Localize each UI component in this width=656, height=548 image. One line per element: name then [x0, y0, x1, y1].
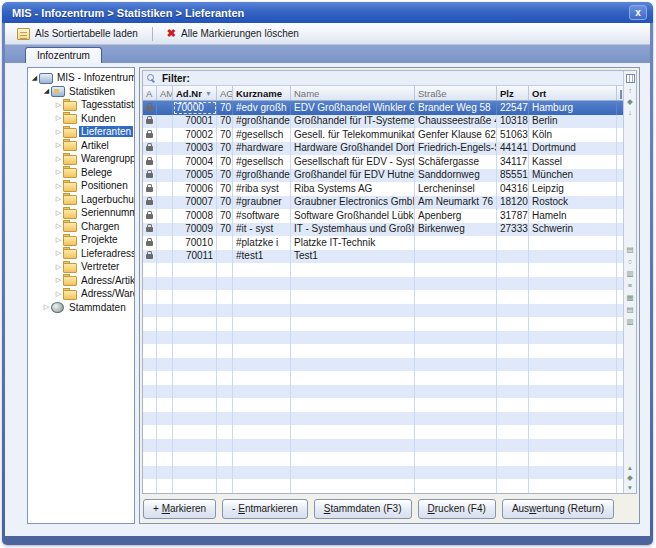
tree-expander-icon[interactable]	[30, 74, 39, 82]
row-menu-icon[interactable]: ▤	[625, 245, 636, 254]
nav-marker-icon[interactable]: ◆	[625, 473, 636, 482]
table-row[interactable]	[143, 479, 623, 493]
table-row[interactable]	[143, 439, 623, 453]
table-row[interactable]: 70003 70 #hardware Hardware Großhandel D…	[143, 142, 623, 156]
column-header-plz[interactable]: Plz	[497, 86, 529, 100]
table-row[interactable]	[143, 304, 623, 318]
footer-action-button[interactable]: Auswertung (Return)	[502, 499, 614, 519]
table-row[interactable]: 70010 #platzke i Platzke IT-Technik	[143, 236, 623, 250]
table-row[interactable]: 70008 70 #software Software Großhandel L…	[143, 209, 623, 223]
tree-expander-icon[interactable]	[54, 114, 63, 122]
column-header-adnr[interactable]: Ad.Nr ▼	[173, 86, 217, 100]
tree-expander-icon[interactable]	[42, 303, 51, 311]
table-row[interactable]: 70004 70 #gesellsch Gesellschaft für EDV…	[143, 155, 623, 169]
clear-marks-button[interactable]: ✖ Alle Markierungen löschen	[161, 26, 305, 41]
close-button[interactable]: x	[629, 5, 647, 20]
edit-filter-icon[interactable]: ▥	[625, 269, 636, 278]
tree-item[interactable]: Positionen	[28, 179, 134, 193]
column-header-ag[interactable]: AG	[217, 86, 233, 100]
tree-item[interactable]: Lieferadressen	[28, 247, 134, 261]
tree-item[interactable]: Lagerbuchungen	[28, 193, 134, 207]
tree-expander-icon[interactable]	[54, 155, 63, 163]
table-row[interactable]: 70005 70 #großhande Großhandel für EDV H…	[143, 169, 623, 183]
tree-item[interactable]: Statistiken	[28, 85, 134, 99]
table-row[interactable]	[143, 398, 623, 412]
table-row[interactable]	[143, 412, 623, 426]
tree-expander-icon[interactable]	[54, 236, 63, 244]
nav-up-icon[interactable]: ▴	[625, 463, 636, 472]
nav-down-icon[interactable]: ▾	[625, 483, 636, 492]
tree-expander-icon[interactable]	[54, 195, 63, 203]
search-icon[interactable]: ○	[625, 257, 636, 266]
table-row[interactable]: 70000 70 #edv großh EDV Großhandel Winkl…	[143, 101, 623, 115]
column-header-kurzname[interactable]: Kurzname	[233, 86, 291, 100]
group-icon[interactable]: ▦	[625, 293, 636, 302]
table-row[interactable]: 70002 70 #gesellsch Gesell. für Telekomm…	[143, 128, 623, 142]
filter-row[interactable]: Filter:	[143, 71, 623, 86]
tree-item[interactable]: Seriennummern	[28, 206, 134, 220]
tree-expander-icon[interactable]	[54, 168, 63, 176]
column-header-name[interactable]: Name	[291, 86, 415, 100]
table-row[interactable]	[143, 277, 623, 291]
tree-item[interactable]: Adress/Warengruppen	[28, 287, 134, 301]
table-row[interactable]	[143, 371, 623, 385]
table-row[interactable]: 70007 70 #graubner Graubner Electronics …	[143, 196, 623, 210]
tree-expander-icon[interactable]	[54, 290, 63, 298]
tab-infozentrum[interactable]: Infozentrum	[25, 47, 102, 63]
column-header-lock[interactable]: A	[143, 86, 157, 100]
table-row[interactable]	[143, 385, 623, 399]
column-header-ort[interactable]: Ort	[529, 86, 617, 100]
tree-item[interactable]: Vertreter	[28, 260, 134, 274]
scroll-up-icon[interactable]: ↑	[625, 86, 636, 95]
tree-item[interactable]: Belege	[28, 166, 134, 180]
tree-item[interactable]: Tagesstatistik	[28, 98, 134, 112]
tree-expander-icon[interactable]	[54, 222, 63, 230]
tree-expander-icon[interactable]	[54, 209, 63, 217]
table-row[interactable]	[143, 425, 623, 439]
table-row[interactable]	[143, 263, 623, 277]
tree-expander-icon[interactable]	[54, 141, 63, 149]
sort-options-icon[interactable]: ≡	[625, 281, 636, 290]
table-row[interactable]: 70006 70 #riba syst Riba Systems AG Lerc…	[143, 182, 623, 196]
tree-expander-icon[interactable]	[54, 263, 63, 271]
column-header-strasse[interactable]: Straße	[415, 86, 497, 100]
scroll-marker-icon[interactable]: ◆	[625, 97, 636, 106]
column-header-am[interactable]: AM	[157, 86, 173, 100]
footer-action-button[interactable]: Drucken (F4)	[418, 499, 496, 519]
tree-item[interactable]: Artikel	[28, 139, 134, 153]
column-chooser-icon[interactable]	[620, 90, 622, 99]
table-row[interactable]: 70001 70 #großhande Großhandel für IT-Sy…	[143, 115, 623, 129]
table-row[interactable]	[143, 466, 623, 480]
scroll-down-icon[interactable]: ↓	[625, 108, 636, 117]
tree-item[interactable]: Kunden	[28, 112, 134, 126]
footer-action-button[interactable]: + Markieren	[143, 499, 216, 519]
layout-icon[interactable]: ▤	[625, 305, 636, 314]
tree-item[interactable]: Adress/Artikel	[28, 274, 134, 288]
tree-item[interactable]: Warengruppen	[28, 152, 134, 166]
table-row[interactable]	[143, 493, 623, 494]
tree-expander-icon[interactable]	[54, 101, 63, 109]
tree-item[interactable]: Lieferanten	[28, 125, 134, 139]
table-row[interactable]	[143, 290, 623, 304]
tree-item[interactable]: Projekte	[28, 233, 134, 247]
load-sort-table-button[interactable]: Als Sortiertabelle laden	[11, 26, 144, 42]
table-row[interactable]	[143, 452, 623, 466]
export-icon[interactable]: ▥	[625, 317, 636, 326]
tree-expander-icon[interactable]	[54, 249, 63, 257]
tree-item[interactable]: Stammdaten	[28, 301, 134, 315]
table-row[interactable]: 70009 70 #it - syst IT - Systemhaus und …	[143, 223, 623, 237]
footer-action-button[interactable]: - Entmarkieren	[222, 499, 308, 519]
tree-expander-icon[interactable]	[54, 128, 63, 136]
grid-options-icon[interactable]	[626, 74, 635, 83]
sort-descending-icon[interactable]: ▼	[205, 90, 213, 97]
tree-item[interactable]: Chargen	[28, 220, 134, 234]
table-row[interactable]	[143, 331, 623, 345]
tree-expander-icon[interactable]	[54, 276, 63, 284]
table-row[interactable]	[143, 317, 623, 331]
table-row[interactable]	[143, 344, 623, 358]
footer-action-button[interactable]: Stammdaten (F3)	[314, 499, 412, 519]
tree-item[interactable]: MIS - Infozentrum	[28, 71, 134, 85]
table-row[interactable]: 70011 #test1 Test1	[143, 250, 623, 264]
table-row[interactable]	[143, 358, 623, 372]
tree-expander-icon[interactable]	[54, 182, 63, 190]
